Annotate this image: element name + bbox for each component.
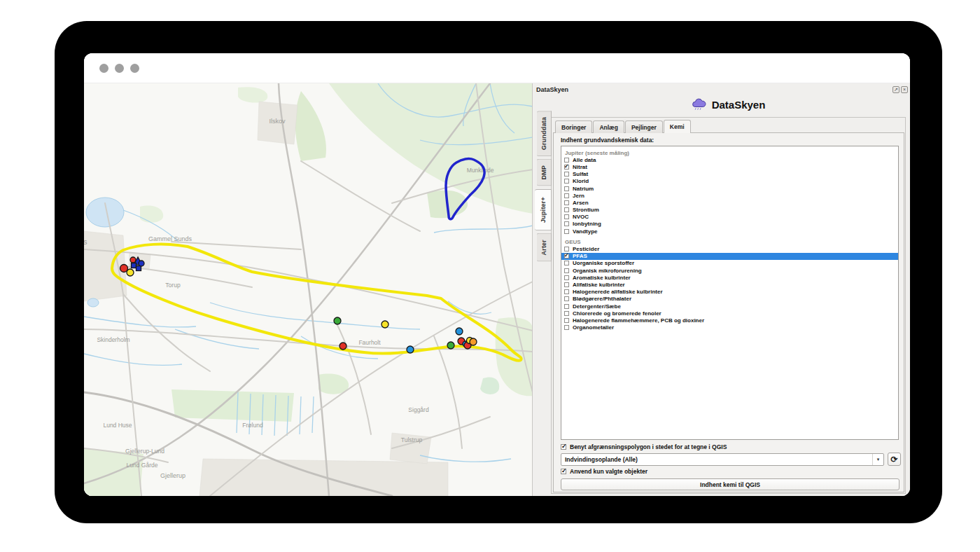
checkbox-organometaller[interactable] [564,325,569,330]
sidebar-tab-arter[interactable]: Arter [537,233,552,262]
window-control-dot-2[interactable] [115,64,124,73]
checkbox-bl-dg-rere-phthalater[interactable] [564,296,569,301]
dock-float-icon[interactable]: ↗ [892,86,899,93]
chem-item-natrium[interactable]: Natrium [561,185,898,192]
tab-anl-g[interactable]: Anlæg [593,120,624,133]
chem-item-alle-data[interactable]: Alle data [561,156,898,163]
chem-item-vandtype[interactable]: Vandtype [561,228,898,235]
chem-item-nvoc[interactable]: NVOC [561,214,898,221]
chem-item-ionbytning[interactable]: Ionbytning [561,221,898,228]
checkbox-alifatiske-kulbrinter[interactable] [564,282,569,287]
group-header-geus: GEUS [561,238,898,245]
chem-item-label: Blødgørere/Phthalater [573,296,631,302]
chem-item-detergenter-s-be[interactable]: Detergenter/Sæbe [561,303,898,310]
chem-item-label: Detergenter/Sæbe [573,303,621,310]
checkbox-organisk-mikroforurening[interactable] [564,268,569,273]
checkbox-pesticider[interactable] [564,247,569,251]
window-control-dot-1[interactable] [99,64,108,73]
chem-item-arsen[interactable]: Arsen [561,199,898,206]
map-label-gammel-sunds: Gammel Sunds [148,235,192,242]
map-point-green-circle [447,342,454,349]
checkbox-klorid[interactable] [564,179,569,184]
chem-item-alifatiske-kulbrinter[interactable]: Alifatiske kulbrinter [561,281,898,288]
chem-item-organometaller[interactable]: Organometaller [561,324,898,331]
checkbox-strontium[interactable] [564,207,569,212]
chem-item-pesticider[interactable]: Pesticider [561,245,898,252]
chem-item-label: Vandtype [573,228,598,235]
tab-boringer[interactable]: Boringer [555,120,592,133]
chem-item-label: Alifatiske kulbrinter [573,282,625,288]
chem-item-label: NVOC [573,214,589,220]
chem-item-label: Uorganiske sporstoffer [573,260,634,266]
map-label-sunds: Sunds [84,237,88,246]
chem-item-chlorerede-og-bromerede-fenoler[interactable]: Chlorerede og bromerede fenoler [561,310,898,317]
kemi-tab-pane: Indhent grundvandskemisk data: Jupiter (… [553,132,904,492]
chem-item-label: Jern [573,193,584,199]
map-point-navy-square [132,263,136,268]
checkbox-uorganiske-sporstoffer[interactable] [564,261,569,265]
chem-item-label: Sulfat [573,171,588,177]
map-label-munklinde: Munklinde [467,167,494,174]
checkbox-ionbytning[interactable] [564,221,569,226]
tab-pejlinger[interactable]: Pejlinger [625,120,663,133]
checkbox-alle-data[interactable] [564,158,569,163]
selected-objects-checkbox-label: Anvend kun valgte objekter [570,468,648,475]
window-control-dot-3[interactable] [130,64,139,73]
checkbox-halogenerede-alifatiske-kulbrinter[interactable] [564,289,569,294]
chem-item-nitrat[interactable]: ✓Nitrat [561,163,898,170]
checkbox-jern[interactable] [564,193,569,198]
sidebar-tab-jupiter[interactable]: Jupiter+ [535,189,552,230]
chem-item-organisk-mikroforurening[interactable]: Organisk mikroforurening [561,267,898,274]
checkbox-arsen[interactable] [564,200,569,205]
chem-item-uorganiske-sporstoffer[interactable]: Uorganiske sporstoffer [561,260,898,267]
refresh-icon: ⟳ [890,455,897,464]
fetch-chemistry-button[interactable]: Indhent kemi til QGIS [561,478,899,490]
chem-item-label: Halogenerede alifatiske kulbrinter [573,289,663,295]
polygon-checkbox[interactable]: ✓ [561,444,566,450]
map-label-fr-lund: Frølund [242,422,263,429]
dock-title: DataSkyen [536,86,568,93]
catchment-dropdown[interactable]: Indvindingsoplande (Alle) ▾ [561,453,884,466]
sidebar-tab-grunddata[interactable]: Grunddata [537,111,552,156]
dataskyen-dock-panel: DataSkyen ↗ × DataSkyen GrunddataDMPJupi… [532,83,910,496]
checkbox-nvoc[interactable] [564,214,569,219]
checkbox-nitrat[interactable]: ✓ [564,165,569,170]
dock-close-icon[interactable]: × [901,86,908,93]
chem-item-halogenerede-flammeh-mmere-pcb-og-dioxiner[interactable]: Halogenerede flammehæmmere, PCB og dioxi… [561,317,898,324]
cloud-icon [692,98,707,111]
checkbox-detergenter-s-be[interactable] [564,304,569,309]
chevron-down-icon[interactable]: ▾ [872,454,883,465]
chem-item-halogenerede-alifatiske-kulbrinter[interactable]: Halogenerede alifatiske kulbrinter [561,289,898,296]
map-point-blue-circle [456,328,463,335]
polygon-checkbox-label: Benyt afgrænsningspolygon i stedet for a… [570,443,727,450]
checkbox-vandtype[interactable] [564,229,569,234]
chem-item-jern[interactable]: Jern [561,192,898,199]
map-point-yellow-circle [382,321,388,328]
polygon-checkbox-row[interactable]: ✓ Benyt afgrænsningspolygon i stedet for… [561,443,727,450]
map-canvas[interactable]: IlskovMunklindeGammel SundsSundsTorupSki… [84,83,532,496]
map-label-torup: Torup [165,282,181,289]
chem-item-label: Natrium [573,186,594,192]
checkbox-sulfat[interactable] [564,172,569,177]
chem-item-bl-dg-rere-phthalater[interactable]: Blødgørere/Phthalater [561,296,898,303]
checkbox-chlorerede-og-bromerede-fenoler[interactable] [564,311,569,316]
selected-objects-checkbox[interactable]: ✓ [561,469,566,474]
chem-item-label: Arsen [573,200,589,206]
checkbox-halogenerede-flammeh-mmere-pcb-og-dioxiner[interactable] [564,318,569,323]
selected-objects-checkbox-row[interactable]: ✓ Anvend kun valgte objekter [561,468,648,475]
chemistry-list[interactable]: Jupiter (seneste måling)Alle data✓Nitrat… [561,146,899,440]
checkbox-pfas[interactable]: ✓ [564,254,569,258]
checkbox-natrium[interactable] [564,186,569,191]
chem-item-pfas[interactable]: ✓PFAS [561,253,898,260]
chem-item-label: Chlorerede og bromerede fenoler [573,310,662,317]
map-label-gjellerup: Gjellerup [160,472,186,479]
tab-kemi[interactable]: Kemi [664,120,691,133]
chem-item-strontium[interactable]: Strontium [561,207,898,214]
chem-item-sulfat[interactable]: Sulfat [561,171,898,178]
chem-item-aromatiske-kulbrinter[interactable]: Aromatiske kulbrinter [561,274,898,281]
refresh-button[interactable]: ⟳ [888,453,901,466]
checkbox-aromatiske-kulbrinter[interactable] [564,275,569,280]
chem-item-label: Pesticider [573,246,599,252]
chem-item-klorid[interactable]: Klorid [561,178,898,185]
sidebar-tab-dmp[interactable]: DMP [537,159,552,186]
